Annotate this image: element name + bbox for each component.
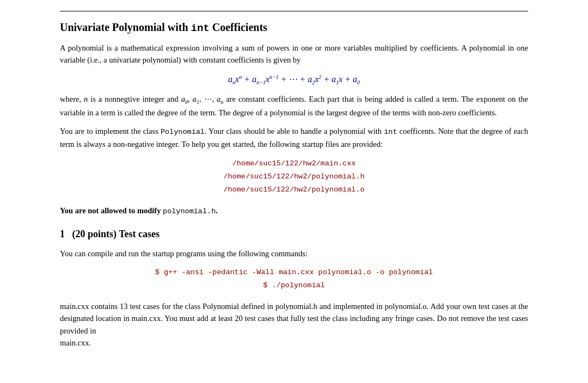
file-item-2: /home/suc15/122/hw2/polynomial.h — [60, 170, 528, 183]
not-allowed-paragraph: You are not allowed to modify polynomial… — [60, 205, 528, 218]
compile-paragraph: You can compile and run the startup prog… — [60, 248, 528, 260]
title-mono: int — [191, 22, 210, 34]
command-1: $ g++ -ansi -pedantic -Wall main.cxx pol… — [60, 266, 528, 279]
code-block: $ g++ -ansi -pedantic -Wall main.cxx pol… — [60, 266, 528, 293]
maincxx-paragraph: main.cxx contains 13 test cases for the … — [60, 300, 528, 349]
file-item-3: /home/suc15/122/hw2/polynomial.o — [60, 183, 528, 196]
title-prefix: Univariate Polynomial with — [60, 21, 191, 33]
where-paragraph: where, n is a nonnegtive integer and a0,… — [60, 93, 528, 119]
page-container: Univariate Polynomial with int Coefficie… — [38, 0, 550, 370]
doc-title: Univariate Polynomial with int Coefficie… — [60, 21, 528, 34]
top-rule — [60, 11, 528, 11]
implement-paragraph: You are to implement the class Polynomia… — [60, 125, 528, 150]
section1-heading: 1 (20 points) Test cases — [60, 228, 528, 240]
file-block: /home/suc15/122/hw2/main.cxx /home/suc15… — [60, 157, 528, 197]
title-suffix: Coefficients — [210, 21, 267, 33]
command-2: $ ./polynomial — [60, 279, 528, 292]
formula-text: anxn + an−1xn−1 + ⋯ + a2x2 + a1x + a0 — [228, 75, 360, 84]
file-item-1: /home/suc15/122/hw2/main.cxx — [60, 157, 528, 170]
intro-paragraph: A polynomial is a mathematical expressio… — [60, 42, 528, 66]
formula-block: anxn + an−1xn−1 + ⋯ + a2x2 + a1x + a0 — [60, 74, 528, 86]
